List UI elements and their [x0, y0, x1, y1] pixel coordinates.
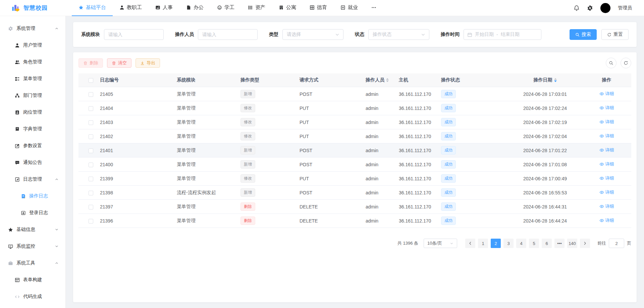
nav-item-8[interactable]: 德育: [303, 0, 334, 16]
search-button[interactable]: 搜索: [570, 29, 597, 40]
sidebar-item-16[interactable]: 表单构建: [0, 271, 65, 288]
sidebar-item-label: 表单构建: [23, 277, 42, 283]
nav-item-2[interactable]: 教职工: [113, 0, 149, 16]
pager-next-button[interactable]: [580, 239, 590, 248]
cell-module: 菜单管理: [169, 147, 232, 153]
sidebar-item-8[interactable]: 参数设置: [0, 137, 65, 154]
detail-link-label: 详细: [605, 203, 614, 209]
detail-link[interactable]: 详细: [599, 218, 614, 224]
sidebar-item-11[interactable]: 操作日志: [0, 188, 65, 204]
row-checkbox[interactable]: [89, 120, 93, 125]
detail-link[interactable]: 详细: [599, 175, 614, 181]
detail-link[interactable]: 详细: [599, 189, 614, 195]
nav-item-6[interactable]: 资产: [241, 0, 272, 16]
cell-action: 详细: [582, 133, 631, 139]
pager-page-6[interactable]: 6: [542, 239, 552, 248]
user-name[interactable]: 管理员: [618, 5, 632, 11]
nav-item-3[interactable]: 人事: [149, 0, 179, 16]
page-size-select[interactable]: 10条/页: [424, 239, 457, 248]
sidebar-item-label: 操作日志: [29, 193, 48, 199]
sidebar-item-2[interactable]: 用户管理: [0, 37, 65, 54]
cell-status: 成功: [433, 104, 508, 112]
table-search-icon[interactable]: [606, 58, 616, 68]
row-checkbox[interactable]: [89, 134, 93, 139]
row-select-cell: [78, 176, 100, 181]
nav-item-4[interactable]: 办公: [179, 0, 210, 16]
sidebar-item-12[interactable]: 登录日志: [0, 204, 65, 221]
sidebar-item-1[interactable]: 系统管理: [0, 20, 65, 37]
nav-item-1[interactable]: 基础平台: [72, 0, 113, 16]
sidebar-item-5[interactable]: 部门管理: [0, 87, 65, 104]
status-select[interactable]: 操作状态: [368, 29, 429, 40]
sidebar-item-10[interactable]: 日志管理: [0, 171, 65, 188]
detail-link[interactable]: 详细: [599, 119, 614, 125]
pager-page-5[interactable]: 5: [529, 239, 539, 248]
module-input[interactable]: [104, 29, 164, 40]
sidebar-item-7[interactable]: 字典管理: [0, 121, 65, 137]
bell-icon[interactable]: [574, 5, 580, 11]
reset-button[interactable]: 重置: [601, 29, 629, 40]
detail-link[interactable]: 详细: [599, 147, 614, 153]
table-row-21401: 21401菜单管理新增POSTadmin36.161.112.170成功2024…: [78, 143, 631, 158]
nav-item-10[interactable]: [365, 0, 383, 16]
type-select[interactable]: 请选择: [282, 29, 343, 40]
sidebar-item-15[interactable]: 系统工具: [0, 255, 65, 271]
select-all-checkbox[interactable]: [89, 78, 93, 83]
delete-button-label: 删除: [90, 60, 98, 66]
row-checkbox[interactable]: [89, 191, 93, 195]
gear-icon[interactable]: [587, 5, 593, 11]
delete-button[interactable]: 删除: [78, 58, 103, 68]
pager-page-1[interactable]: 1: [478, 239, 488, 248]
sidebar-item-14[interactable]: 系统监控: [0, 238, 65, 255]
pager-page-140[interactable]: 140: [567, 239, 577, 248]
detail-link[interactable]: 详细: [599, 133, 614, 139]
sort-carets-icon[interactable]: [554, 78, 557, 82]
column-header-8[interactable]: 操作日期: [508, 77, 582, 83]
sort-desc-icon[interactable]: [554, 80, 557, 82]
pager-more-button[interactable]: •••: [554, 239, 565, 248]
detail-link[interactable]: 详细: [599, 161, 614, 167]
sidebar-item-6[interactable]: 岗位管理: [0, 104, 65, 121]
row-checkbox[interactable]: [89, 106, 93, 111]
cell-date: 2024-06-28 16:44:31: [508, 204, 582, 209]
column-header-5[interactable]: 操作人员: [358, 77, 391, 83]
table-refresh-icon[interactable]: [621, 58, 631, 68]
export-button[interactable]: 导出: [136, 58, 160, 68]
row-checkbox[interactable]: [89, 205, 93, 209]
sort-carets-icon[interactable]: [386, 78, 389, 82]
column-header-1: 日志编号: [100, 77, 169, 83]
nav-item-9[interactable]: 就业: [334, 0, 365, 16]
sort-desc-icon[interactable]: [386, 80, 389, 82]
table-row-21403: 21403菜单管理修改PUTadmin36.161.112.170成功2024-…: [78, 115, 631, 129]
column-header-9: 操作: [582, 77, 631, 83]
user-avatar[interactable]: [600, 3, 610, 13]
pager-prev-button[interactable]: [465, 239, 475, 248]
detail-link[interactable]: 详细: [599, 203, 614, 209]
row-checkbox[interactable]: [89, 219, 93, 224]
nav-item-7[interactable]: 公寓: [272, 0, 303, 16]
row-checkbox[interactable]: [89, 92, 93, 97]
sidebar-item-13[interactable]: 基础信息: [0, 221, 65, 238]
pager-page-3[interactable]: 3: [503, 239, 514, 248]
clear-button[interactable]: 清空: [107, 58, 131, 68]
chevron-right-icon: [583, 241, 587, 245]
pager-page-4[interactable]: 4: [516, 239, 526, 248]
pager-page-2[interactable]: 2: [491, 239, 501, 248]
sidebar-item-17[interactable]: 代码生成: [0, 288, 65, 305]
sidebar-item-4[interactable]: 菜单管理: [0, 70, 65, 87]
detail-link[interactable]: 详细: [599, 105, 614, 111]
row-checkbox[interactable]: [89, 148, 93, 153]
row-checkbox[interactable]: [89, 177, 93, 181]
operator-input[interactable]: [198, 29, 258, 40]
cell-op-type: 新增: [232, 188, 291, 197]
cell-method: POST: [291, 162, 358, 167]
sort-asc-icon[interactable]: [386, 78, 389, 80]
sidebar-item-3[interactable]: 角色管理: [0, 54, 65, 70]
date-range-picker[interactable]: 开始日期 - 结束日期: [464, 29, 541, 40]
row-checkbox[interactable]: [89, 163, 93, 167]
nav-item-5[interactable]: 学工: [210, 0, 241, 16]
sort-asc-icon[interactable]: [554, 78, 557, 80]
sidebar-item-9[interactable]: 通知公告: [0, 154, 65, 171]
goto-page-input[interactable]: [609, 239, 624, 248]
detail-link[interactable]: 详细: [599, 91, 614, 97]
